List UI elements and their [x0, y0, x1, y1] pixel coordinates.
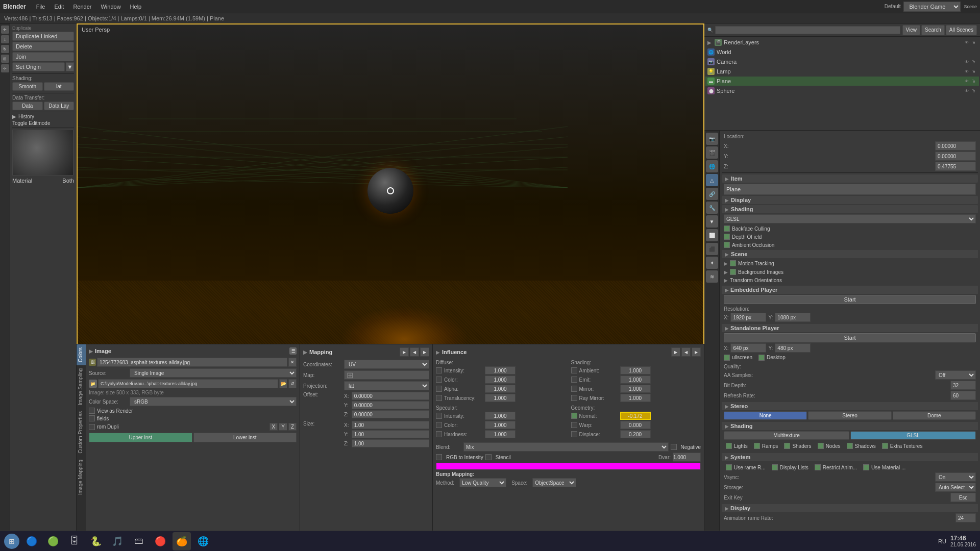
shading-header[interactable]: ▶ Shading	[722, 205, 978, 213]
warp-cb[interactable]	[571, 422, 577, 428]
aa-samples-select[interactable]: Off 2x 4x	[935, 370, 976, 380]
rom-dupli-cb[interactable]	[89, 424, 95, 430]
filename-browse-btn[interactable]: ✕	[288, 358, 297, 367]
emit-input[interactable]	[620, 375, 651, 384]
translucency-cb[interactable]	[436, 395, 442, 401]
source-select[interactable]: Single Image Image Sequence Movie	[130, 368, 297, 378]
dome-btn[interactable]: Dome	[893, 411, 976, 420]
displace-input[interactable]	[620, 430, 651, 438]
tool-transform[interactable]: ⊹	[1, 64, 9, 72]
loc-z-input[interactable]	[935, 162, 976, 171]
embedded-player-header[interactable]: ▶ Embedded Player	[722, 286, 978, 294]
alpha-input[interactable]	[485, 385, 516, 393]
set-origin-arrow[interactable]: ▼	[66, 62, 74, 71]
bit-depth-input[interactable]	[950, 381, 976, 390]
lat-btn[interactable]: lat	[44, 82, 75, 91]
search-tab-btn[interactable]: Search	[921, 25, 945, 35]
prop-icon-data[interactable]: ▼	[706, 215, 718, 228]
color-cb[interactable]	[436, 377, 442, 383]
tree-sphere[interactable]: ⬤ Sphere 👁 🖱	[705, 86, 979, 95]
taskbar-app-5[interactable]: 🎵	[108, 532, 127, 550]
standalone-res-y[interactable]	[775, 343, 811, 353]
prop-icon-texture[interactable]: ⬛	[706, 243, 718, 255]
shading2-header[interactable]: ▶ Shading	[722, 422, 978, 430]
all-scenes-tab-btn[interactable]: All Scenes	[946, 25, 977, 35]
storage-select[interactable]: Auto Select Vertex Buffer Object	[935, 483, 976, 492]
shadows-cb[interactable]	[847, 443, 853, 449]
s-intensity-cb[interactable]	[436, 413, 442, 419]
data-btn[interactable]: Data	[12, 102, 43, 110]
display-header[interactable]: ▶ Display	[722, 196, 978, 204]
item-header[interactable]: ▶ Item	[722, 174, 978, 183]
size-y-input[interactable]	[352, 430, 429, 438]
filepath-reload-btn[interactable]: ↺	[288, 379, 297, 388]
stencil-cb[interactable]	[485, 454, 492, 460]
negative-cb[interactable]	[671, 444, 677, 450]
taskbar-app-2[interactable]: 🟢	[44, 532, 62, 550]
ramps-cb[interactable]	[754, 443, 760, 449]
restrict-anim-cb[interactable]	[815, 464, 821, 470]
tool-move[interactable]: ↕	[1, 35, 9, 43]
lamp-vis-2[interactable]: 🖱	[971, 68, 977, 74]
extra-tex-cb[interactable]	[882, 443, 888, 449]
mapping-next-btn[interactable]: ▶	[420, 347, 429, 357]
alpha-cb[interactable]	[436, 386, 442, 392]
filename-input[interactable]	[97, 358, 287, 367]
warp-input[interactable]	[620, 421, 651, 429]
sphere-vis-1[interactable]: 👁	[964, 88, 970, 94]
menu-help[interactable]: Help	[126, 3, 146, 11]
prop-icon-object[interactable]: △	[706, 174, 718, 186]
mirror-cb[interactable]	[571, 386, 577, 392]
lamp-vis-1[interactable]: 👁	[964, 68, 970, 74]
prop-icon-material[interactable]: ⬜	[706, 229, 718, 241]
upper-inst-btn[interactable]: Upper inst	[89, 433, 192, 442]
delete-btn[interactable]: Delete	[12, 42, 74, 51]
system-header[interactable]: ▶ System	[722, 453, 978, 461]
space-select[interactable]: ObjectSpace TangentSpace	[532, 478, 576, 487]
background-images-row[interactable]: ▶ Background Images	[722, 268, 978, 276]
mirror-input[interactable]	[620, 385, 651, 393]
prop-icon-render[interactable]: 📷	[706, 133, 718, 145]
coordinates-select[interactable]: UV Global Object	[344, 360, 429, 369]
ambient-cb[interactable]	[571, 367, 577, 373]
shaders-cb[interactable]	[784, 443, 790, 449]
menu-window[interactable]: Window	[96, 3, 125, 11]
hardness-cb[interactable]	[436, 431, 442, 437]
menu-edit[interactable]: Edit	[50, 3, 68, 11]
refresh-rate-input[interactable]	[950, 391, 976, 400]
prop-icon-particles[interactable]: ✦	[706, 257, 718, 269]
set-origin-btn[interactable]: Set Origin	[12, 62, 65, 71]
y-btn[interactable]: Y	[279, 423, 287, 431]
prop-icon-constraints[interactable]: 🔗	[706, 188, 718, 200]
tree-camera[interactable]: 📷 Camera 👁 🖱	[705, 57, 979, 66]
influence-next-btn[interactable]: ▶	[692, 347, 701, 357]
intensity-input[interactable]	[485, 366, 516, 374]
offset-z-input[interactable]	[352, 410, 429, 418]
method-select[interactable]: Low Quality Medium Quality Best Quality	[459, 478, 506, 487]
item-name-input[interactable]	[724, 184, 976, 195]
loc-y-input[interactable]	[935, 152, 976, 161]
fullscreen-cb[interactable]	[724, 355, 730, 361]
exit-key-input[interactable]	[950, 493, 976, 502]
dvar-input[interactable]	[673, 453, 701, 462]
standalone-res-x[interactable]	[730, 343, 766, 353]
motion-tracking-cb[interactable]	[730, 260, 736, 266]
color-space-select[interactable]: sRGB Linear	[130, 397, 297, 406]
color-input[interactable]	[485, 375, 516, 384]
taskbar-app-3[interactable]: 🗄	[65, 532, 84, 550]
rgb-cb[interactable]	[436, 454, 442, 460]
lower-inst-btn[interactable]: Lower inst	[193, 433, 297, 442]
dof-cb[interactable]	[724, 234, 730, 240]
start-button[interactable]: ⊞	[4, 534, 19, 549]
taskbar-blender[interactable]: 🍊	[173, 532, 191, 550]
data-lay-btn[interactable]: Data Lay	[44, 102, 75, 110]
menu-file[interactable]: File	[32, 3, 50, 11]
taskbar-app-8[interactable]: 🌐	[194, 532, 212, 550]
scene-header[interactable]: ▶ Scene	[722, 250, 978, 258]
desktop-cb[interactable]	[758, 355, 765, 361]
hardness-input[interactable]	[485, 430, 516, 438]
motion-tracking-row[interactable]: ▶ Motion Tracking	[722, 259, 978, 267]
normal-input[interactable]	[620, 412, 651, 420]
mapping-play-btn[interactable]: ▶	[400, 347, 409, 357]
view-tab-btn[interactable]: View	[902, 25, 921, 35]
